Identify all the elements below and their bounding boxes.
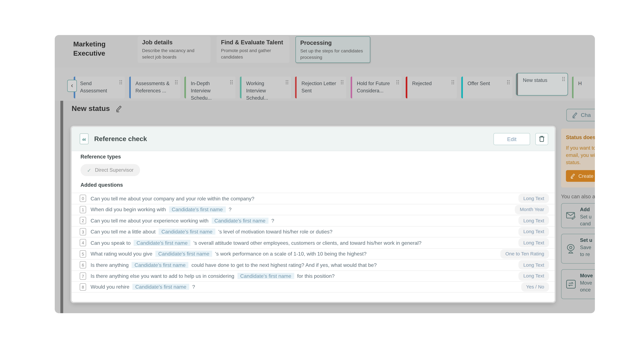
step-desc: Set up the steps for candidates processi…: [300, 48, 366, 60]
candidate-first-name-token: Candidate's first name: [158, 229, 215, 235]
question-row: 6Is there anything Candidate's first nam…: [72, 259, 555, 270]
setup-video-option[interactable]: Set u Save to re: [561, 234, 595, 264]
drag-handle-icon[interactable]: [341, 80, 342, 81]
option-line: to re: [580, 251, 595, 257]
status-tab-label: Offer Sent: [468, 80, 505, 87]
question-type-badge: Month Year: [515, 205, 549, 214]
warning-line: email, you wil: [566, 151, 595, 159]
status-tab[interactable]: In-Depth Interview Schedu...: [184, 77, 236, 98]
job-title: Marketing Executive: [73, 40, 114, 58]
status-accent-bar: [60, 101, 63, 313]
steps-row: Job detailsDescribe the vacancy and sele…: [138, 36, 370, 63]
email-edit-icon: [566, 211, 576, 220]
move-candidates-option[interactable]: Move Move once: [561, 269, 595, 299]
candidate-first-name-token: Candidate's first name: [237, 273, 294, 279]
step-desc: Describe the vacancy and select job boar…: [142, 47, 206, 60]
question-index: 3: [80, 228, 86, 235]
rename-status-button[interactable]: [115, 105, 122, 113]
question-type-badge: Long Text: [518, 271, 549, 281]
card-header: “ Reference check Edit: [72, 127, 555, 151]
question-text: Is there anything else you want to add t…: [91, 273, 335, 279]
create-email-label: Create n: [578, 173, 595, 179]
status-tab[interactable]: Assessments & References ...: [129, 77, 180, 98]
option-title: Set u: [580, 238, 595, 243]
status-tab[interactable]: New status: [516, 73, 568, 95]
status-tab[interactable]: Send Assessment: [74, 77, 125, 98]
page-title: New status: [72, 104, 110, 113]
question-text: Is there anything Candidate's first name…: [91, 262, 377, 268]
section-header: New status: [72, 104, 122, 113]
question-index: 5: [80, 250, 86, 257]
question-text: Can you tell me a little about Candidate…: [91, 229, 332, 235]
candidate-first-name-token: Candidate's first name: [132, 284, 189, 290]
question-index: 1: [80, 206, 86, 213]
drag-handle-icon[interactable]: [175, 80, 176, 81]
pencil-icon: [570, 173, 575, 179]
drag-handle-icon[interactable]: [230, 80, 231, 81]
warning-line: If you want to: [566, 144, 595, 151]
drag-handle-icon[interactable]: [286, 80, 286, 81]
option-title: Move: [580, 273, 595, 279]
question-row: 0Can you tell me about your company and …: [72, 193, 555, 204]
question-text: When did you begin working with Candidat…: [91, 207, 232, 213]
pencil-icon: [115, 105, 122, 113]
drag-handle-icon[interactable]: [396, 80, 397, 81]
step-card[interactable]: Job detailsDescribe the vacancy and sele…: [138, 36, 210, 63]
question-row: 3Can you tell me a little about Candidat…: [72, 226, 555, 237]
status-tab[interactable]: Hold for Future Considera...: [350, 77, 402, 98]
question-text: Would you rehire Candidate's first name …: [91, 284, 195, 290]
warning-title: Status doesn': [566, 134, 595, 140]
status-tab-label: Working Interview Schedul...: [246, 80, 284, 102]
question-index: 2: [80, 217, 86, 224]
status-tab[interactable]: Rejection Letter Sent: [295, 77, 346, 98]
app-window: Marketing Executive Job detailsDescribe …: [55, 35, 595, 313]
status-tab[interactable]: Working Interview Schedul...: [240, 77, 291, 98]
status-tab-label: Assessments & References ...: [136, 80, 173, 94]
drag-handle-icon[interactable]: [507, 80, 508, 81]
step-title: Processing: [300, 40, 366, 46]
option-line: Move: [580, 280, 595, 286]
pencil-icon: [572, 112, 578, 119]
status-tab[interactable]: Offer Sent: [461, 77, 512, 98]
change-status-label: Cha: [581, 112, 591, 118]
drag-handle-icon[interactable]: [120, 80, 120, 81]
drag-handle-icon[interactable]: [452, 80, 452, 81]
reference-types-label: Reference types: [80, 154, 121, 160]
status-tab[interactable]: Rejected: [406, 77, 457, 98]
status-tab[interactable]: H: [572, 77, 595, 98]
question-index: 7: [80, 272, 86, 280]
reference-type-chip-label: Direct Supervisor: [95, 167, 134, 173]
option-line: cand: [580, 220, 595, 227]
question-type-badge: Yes / No: [521, 282, 549, 292]
status-tab-label: Rejected: [412, 80, 450, 87]
drag-handle-icon[interactable]: [562, 77, 563, 78]
question-row: 1When did you begin working with Candida…: [72, 204, 555, 215]
question-row: 8Would you rehire Candidate's first name…: [72, 281, 555, 292]
question-row: 2Can you tell me about your experience w…: [72, 215, 555, 226]
edit-button[interactable]: Edit: [494, 133, 530, 145]
question-text: Can you tell me about your experience wo…: [91, 218, 274, 224]
step-desc: Promote post and gather candidates: [221, 47, 285, 60]
question-type-badge: One to Ten Rating: [500, 249, 549, 259]
question-index: 8: [80, 283, 86, 290]
status-tab-label: H: [578, 80, 595, 87]
step-card[interactable]: ProcessingSet up the steps for candidate…: [296, 36, 370, 63]
candidate-first-name-token: Candidate's first name: [212, 218, 268, 224]
repeat-icon: [566, 279, 576, 289]
option-line: once: [580, 286, 595, 293]
question-index: 0: [80, 195, 86, 202]
scroll-tabs-left-button[interactable]: ‹: [67, 80, 77, 92]
change-status-button[interactable]: Cha: [566, 109, 595, 121]
question-text: Can you speak to Candidate's first name …: [91, 240, 422, 246]
reference-check-card: “ Reference check Edit Reference types ✓: [72, 127, 555, 302]
reference-type-chip[interactable]: ✓ Direct Supervisor: [80, 164, 140, 176]
delete-button[interactable]: [535, 133, 548, 145]
step-card[interactable]: Find & Evaluate TalentPromote post and g…: [216, 36, 290, 63]
status-tab-label: Send Assessment: [80, 80, 118, 94]
trash-icon: [536, 133, 548, 145]
add-email-option[interactable]: Add Set u cand: [561, 203, 595, 228]
option-line: Save: [580, 244, 595, 251]
create-email-button[interactable]: Create n: [566, 170, 595, 182]
question-row: 4Can you speak to Candidate's first name…: [72, 237, 555, 248]
question-text: What rating would you give Candidate's f…: [91, 251, 366, 257]
